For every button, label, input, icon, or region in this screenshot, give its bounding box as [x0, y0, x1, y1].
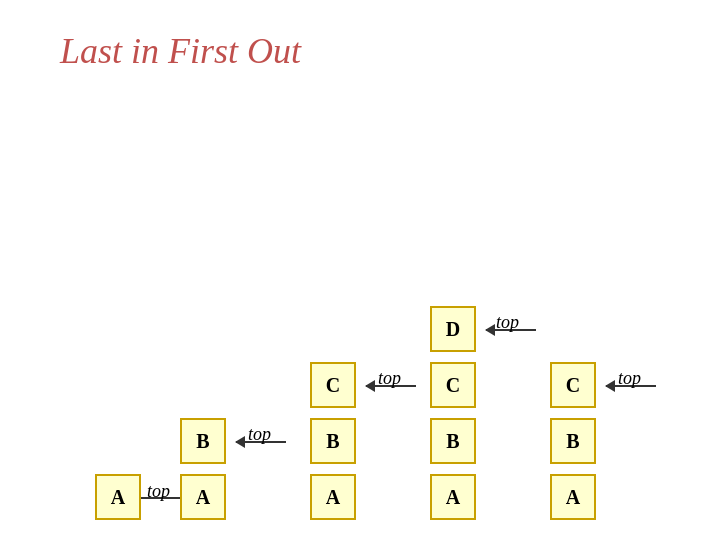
- col4-box-D: D: [430, 306, 476, 352]
- col4-box-C: C: [430, 362, 476, 408]
- diagram-area: A top B A top C B A top D C B A top C B …: [40, 100, 680, 500]
- col2-top-label: top: [248, 424, 271, 445]
- col3-box-C: C: [310, 362, 356, 408]
- col1-box-A: A: [95, 474, 141, 520]
- col3-box-B: B: [310, 418, 356, 464]
- col4-box-A: A: [430, 474, 476, 520]
- col2-box-B: B: [180, 418, 226, 464]
- col5-box-A: A: [550, 474, 596, 520]
- col3-box-A: A: [310, 474, 356, 520]
- col3-top-label: top: [378, 368, 401, 389]
- col4-box-B: B: [430, 418, 476, 464]
- col5-top-label: top: [618, 368, 641, 389]
- col1-top-label: top: [147, 481, 170, 502]
- col4-top-label: top: [496, 312, 519, 333]
- col5-box-B: B: [550, 418, 596, 464]
- col2-box-A: A: [180, 474, 226, 520]
- page-title: Last in First Out: [60, 30, 301, 72]
- col5-box-C: C: [550, 362, 596, 408]
